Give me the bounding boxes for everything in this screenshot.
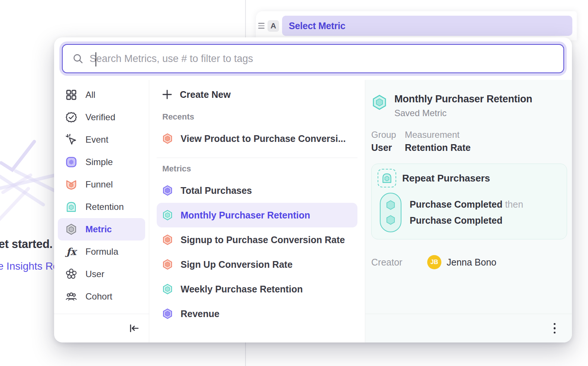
sidebar-item-simple[interactable]: Simple bbox=[58, 151, 145, 173]
cohort-people-icon bbox=[65, 291, 77, 303]
step-hexagon-icon bbox=[385, 215, 396, 225]
sidebar-item-user[interactable]: User bbox=[58, 263, 145, 285]
metric-hexagon-icon bbox=[65, 223, 77, 235]
metric-list-panel: Create New Recents View Product to Purch… bbox=[149, 80, 365, 342]
metric-list-item[interactable]: Sign Up Conversion Rate bbox=[157, 252, 357, 277]
creator-name: Jenna Bono bbox=[447, 257, 496, 268]
collapse-panel-icon bbox=[129, 323, 140, 333]
metric-item-label: Weekly Purchase Retention bbox=[181, 284, 303, 295]
sidebar-item-cohort[interactable]: Cohort bbox=[58, 285, 145, 308]
verified-badge-icon bbox=[65, 111, 77, 123]
steps-capsule bbox=[380, 193, 401, 232]
text-caret bbox=[96, 52, 96, 66]
funnel-icon bbox=[65, 179, 77, 190]
step-hexagon-icon bbox=[385, 200, 396, 210]
metric-list-item[interactable]: Signup to Purchase Conversion Rate bbox=[157, 227, 357, 252]
sidebar-item-label: Simple bbox=[85, 157, 113, 167]
simple-hexagon-icon bbox=[65, 156, 77, 168]
search-area bbox=[54, 37, 572, 80]
metric-list-item-selected[interactable]: Monthly Purchaser Retention bbox=[157, 203, 357, 227]
sidebar-item-label: Metric bbox=[85, 224, 112, 235]
sidebar-item-event[interactable]: Event bbox=[58, 128, 145, 151]
sidebar-footer bbox=[54, 314, 149, 342]
retention-arch-icon bbox=[65, 201, 77, 213]
detail-title: Monthly Purchaser Retention bbox=[394, 93, 532, 105]
sidebar-item-metric[interactable]: Metric bbox=[58, 218, 145, 241]
metric-item-label: Total Purchases bbox=[181, 185, 252, 196]
step-2: Purchase Completed bbox=[410, 215, 523, 226]
sidebar-item-label: Formula bbox=[85, 246, 118, 257]
select-metric-button[interactable]: Select Metric bbox=[282, 16, 572, 36]
page: et started. e Insights Re A Select Metri… bbox=[0, 0, 588, 366]
metric-item-label: Monthly Purchaser Retention bbox=[181, 210, 310, 221]
group-value: User bbox=[371, 142, 396, 153]
sidebar-item-label: Event bbox=[85, 134, 108, 145]
metric-picker-modal: All Verified bbox=[54, 37, 572, 342]
background-insights-link-fragment[interactable]: e Insights Re bbox=[0, 260, 59, 272]
drag-handle-icon[interactable] bbox=[258, 23, 265, 29]
collapse-panel-button[interactable] bbox=[129, 323, 140, 333]
measurement-label: Measurement bbox=[405, 130, 470, 140]
filter-sidebar: All Verified bbox=[54, 80, 149, 342]
funnel-metric-hexagon-icon bbox=[162, 234, 173, 245]
grid-icon bbox=[65, 89, 77, 101]
sidebar-item-verified[interactable]: Verified bbox=[58, 106, 145, 128]
series-a-badge: A bbox=[268, 20, 279, 32]
sidebar-item-label: All bbox=[85, 90, 96, 100]
metric-slot-card: A Select Metric bbox=[256, 11, 577, 40]
sidebar-item-label: Funnel bbox=[85, 179, 113, 190]
metric-list-item[interactable]: Revenue bbox=[157, 301, 357, 326]
create-new-button[interactable]: Create New bbox=[157, 83, 357, 106]
detail-subtitle: Saved Metric bbox=[394, 108, 532, 118]
sidebar-item-all[interactable]: All bbox=[58, 84, 145, 106]
metric-list-item[interactable]: Weekly Purchase Retention bbox=[157, 277, 357, 301]
purple-metric-hexagon-icon bbox=[162, 308, 173, 319]
sidebar-item-funnel[interactable]: Funnel bbox=[58, 173, 145, 196]
step-1: Purchase Completed then bbox=[410, 199, 523, 210]
sidebar-item-retention[interactable]: Retention bbox=[58, 196, 145, 218]
definition-card: Repeat Purchasers bbox=[371, 164, 567, 239]
event-cursor-icon bbox=[65, 134, 77, 146]
teal-metric-hexagon-icon bbox=[162, 283, 173, 295]
metric-item-label: Signup to Purchase Conversion Rate bbox=[181, 235, 345, 245]
metrics-section-label: Metrics bbox=[162, 164, 357, 174]
plus-icon bbox=[162, 89, 172, 100]
creator-row: Creator JB Jenna Bono bbox=[371, 255, 564, 269]
recents-section-label: Recents bbox=[162, 112, 357, 122]
background-headline-fragment: et started. bbox=[0, 238, 53, 251]
create-new-label: Create New bbox=[180, 89, 231, 100]
more-options-kebab-icon[interactable] bbox=[551, 321, 558, 336]
user-cluster-icon bbox=[65, 268, 77, 280]
detail-meta: Group User Measurement Retention Rate bbox=[371, 130, 564, 153]
cohort-dashed-icon bbox=[378, 169, 396, 187]
metric-detail-panel: Monthly Purchaser Retention Saved Metric… bbox=[365, 80, 572, 342]
search-box[interactable] bbox=[62, 44, 564, 73]
sidebar-item-label: User bbox=[85, 269, 104, 279]
recent-item-label: View Product to Purchase Conversi... bbox=[181, 133, 346, 144]
creator-label: Creator bbox=[371, 257, 427, 268]
definition-name: Repeat Purchasers bbox=[402, 173, 490, 184]
teal-metric-hexagon-icon bbox=[371, 94, 388, 118]
recent-item[interactable]: View Product to Purchase Conversi... bbox=[157, 126, 357, 151]
metric-list-item[interactable]: Total Purchases bbox=[157, 178, 357, 203]
formula-fx-icon: ƒx bbox=[65, 246, 77, 258]
sidebar-item-label: Retention bbox=[85, 202, 124, 212]
funnel-metric-hexagon-icon bbox=[162, 259, 173, 270]
funnel-metric-hexagon-icon bbox=[162, 133, 173, 144]
group-label: Group bbox=[371, 130, 396, 140]
sidebar-item-label: Verified bbox=[85, 112, 115, 122]
purple-metric-hexagon-icon bbox=[162, 185, 173, 196]
search-icon bbox=[72, 53, 84, 64]
measurement-value: Retention Rate bbox=[405, 142, 470, 153]
section-divider bbox=[157, 158, 357, 158]
search-input[interactable] bbox=[90, 53, 557, 65]
sidebar-item-formula[interactable]: ƒx Formula bbox=[58, 241, 145, 263]
teal-metric-hexagon-icon bbox=[162, 210, 173, 221]
metric-item-label: Revenue bbox=[181, 308, 219, 319]
metric-item-label: Sign Up Conversion Rate bbox=[181, 259, 293, 270]
sidebar-item-label: Cohort bbox=[85, 291, 112, 302]
avatar: JB bbox=[427, 255, 441, 269]
then-connector: then bbox=[505, 199, 523, 210]
detail-footer bbox=[365, 314, 572, 342]
